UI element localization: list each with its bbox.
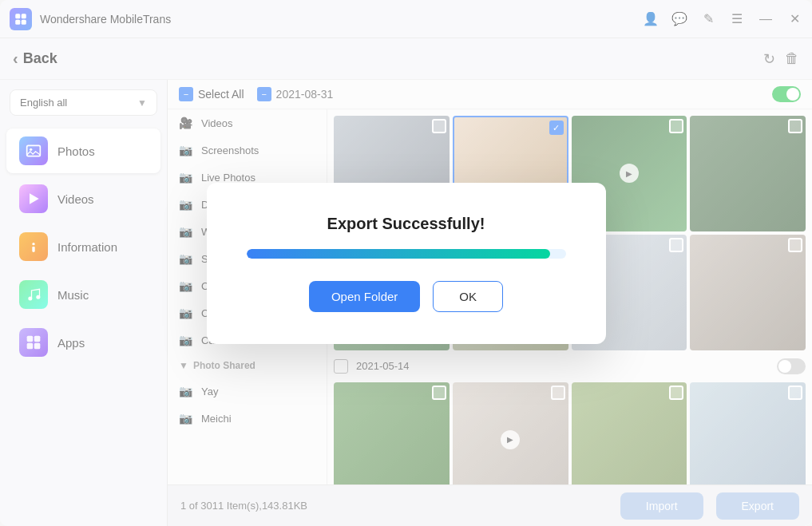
dialog-overlay: Export Successfully! Open Folder OK xyxy=(0,0,812,526)
progress-bar-fill xyxy=(247,249,550,259)
open-folder-button[interactable]: Open Folder xyxy=(309,281,420,312)
dialog-buttons: Open Folder OK xyxy=(309,281,503,312)
progress-bar-container xyxy=(247,249,566,259)
dialog-title: Export Successfully! xyxy=(327,215,485,233)
ok-button[interactable]: OK xyxy=(433,281,503,312)
dialog-box: Export Successfully! Open Folder OK xyxy=(207,183,606,344)
